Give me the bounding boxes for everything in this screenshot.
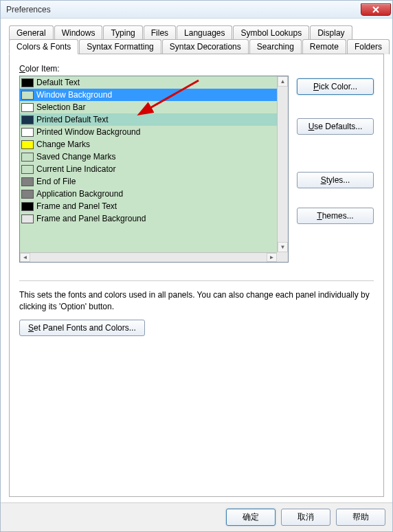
color-swatch [21,190,34,199]
color-swatch [21,91,34,100]
color-swatch [21,140,34,149]
tab-display[interactable]: Display [310,25,352,40]
list-item-label: Printed Window Background [36,127,140,137]
scroll-down-icon[interactable]: ▼ [278,242,288,252]
color-item-listbox[interactable]: Default TextWindow BackgroundSelection B… [19,76,289,263]
styles-button[interactable]: Styles... [297,172,374,188]
list-item-label: Current Line Indicator [36,164,115,174]
list-item-label: Frame and Panel Background [36,214,146,223]
list-item[interactable]: Frame and Panel Text [20,200,288,212]
list-item-label: Application Background [36,189,123,199]
preferences-window: Preferences GeneralWindowsTypingFilesLan… [0,0,393,532]
color-swatch [21,165,34,174]
tab-typing[interactable]: Typing [103,25,142,40]
help-button[interactable]: 帮助 [336,509,385,526]
list-item-label: Frame and Panel Text [36,201,117,211]
use-defaults-button[interactable]: Use Defaults... [297,118,374,135]
color-swatch [21,115,34,124]
set-panel-fonts-colors-button[interactable]: Set Panel Fonts and Colors... [19,320,145,336]
themes-button[interactable]: Themes... [297,208,374,224]
tab-syntax-decorations[interactable]: Syntax Decorations [162,39,249,54]
list-item[interactable]: End of File [20,175,288,188]
list-item-label: Default Text [36,78,80,87]
tab-languages[interactable]: Languages [177,25,232,40]
dialog-button-row: 确定 取消 帮助 [1,502,392,531]
ok-button[interactable]: 确定 [226,509,276,526]
description-text: This sets the fonts and colors used in a… [19,289,374,313]
tab-syntax-formatting[interactable]: Syntax Formatting [79,39,161,54]
color-item-label: Color Item: [19,64,374,74]
list-item-label: End of File [36,177,76,186]
vertical-scrollbar[interactable]: ▲ ▼ [277,76,288,252]
tab-remote[interactable]: Remote [302,39,346,54]
tab-windows[interactable]: Windows [54,25,103,40]
content-area: GeneralWindowsTypingFilesLanguagesSymbol… [1,19,392,502]
tab-searching[interactable]: Searching [249,39,302,54]
list-item[interactable]: Frame and Panel Background [20,212,288,225]
tabs: GeneralWindowsTypingFilesLanguagesSymbol… [9,25,384,54]
list-item[interactable]: Change Marks [20,138,288,151]
right-button-column: Pick Color... Use Defaults... Styles... … [297,76,374,263]
tab-folders[interactable]: Folders [347,39,390,54]
tab-colors-fonts[interactable]: Colors & Fonts [9,39,78,54]
titlebar: Preferences [1,1,392,19]
color-swatch [21,153,34,162]
window-title: Preferences [6,5,51,14]
list-item[interactable]: Printed Default Text [20,113,288,126]
list-item[interactable]: Current Line Indicator [20,163,288,175]
list-item[interactable]: Application Background [20,188,288,200]
list-item-label: Saved Change Marks [36,152,115,162]
scroll-up-icon[interactable]: ▲ [278,76,288,87]
color-swatch [21,202,34,211]
separator [19,280,374,281]
color-swatch [21,128,34,137]
list-item-label: Window Background [36,90,112,100]
list-item[interactable]: Printed Window Background [20,126,288,138]
close-button[interactable] [361,3,391,16]
list-item-label: Change Marks [36,140,90,149]
list-item[interactable]: Saved Change Marks [20,151,288,163]
horizontal-scrollbar[interactable]: ◄ ► [20,252,277,262]
scroll-left-icon[interactable]: ◄ [20,253,30,262]
scroll-corner [277,252,288,262]
color-swatch [21,103,34,112]
list-item-label: Selection Bar [36,102,85,112]
tab-symbol-lookups[interactable]: Symbol Lookups [233,25,309,40]
list-item[interactable]: Selection Bar [20,101,288,113]
close-icon [372,6,379,13]
tab-general[interactable]: General [9,25,54,40]
color-swatch [21,78,34,87]
cancel-button[interactable]: 取消 [281,509,330,526]
tab-panel-colors-fonts: Color Item: Default TextWindow Backgroun… [9,54,384,497]
list-item[interactable]: Window Background [20,89,288,101]
color-swatch [21,214,34,223]
tab-files[interactable]: Files [144,25,176,40]
color-swatch [21,177,34,186]
list-item-label: Printed Default Text [36,115,109,124]
scroll-right-icon[interactable]: ► [267,253,277,262]
list-item[interactable]: Default Text [20,76,288,89]
pick-color-button[interactable]: Pick Color... [297,78,374,95]
